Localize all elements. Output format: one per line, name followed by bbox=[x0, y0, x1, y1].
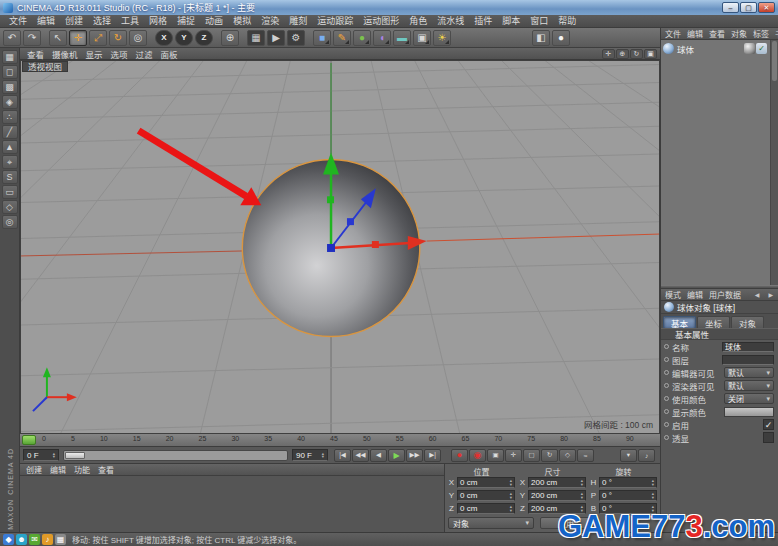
model-mode-icon[interactable]: ◻ bbox=[2, 65, 18, 79]
attribute-value[interactable]: ✓ bbox=[763, 419, 774, 430]
menu-item[interactable]: 窗口 bbox=[525, 15, 553, 28]
zoom-view-icon[interactable]: ⊕ bbox=[616, 49, 629, 59]
attribute-menu-item[interactable]: 用户数据 bbox=[706, 289, 744, 300]
menu-item[interactable]: 脚本 bbox=[497, 15, 525, 28]
lock-workplane-icon[interactable]: ▭ bbox=[2, 185, 18, 199]
attribute-value[interactable]: 球体 bbox=[722, 342, 774, 352]
object-manager-menu-item[interactable]: 书签 bbox=[772, 28, 778, 39]
coordinate-input[interactable]: 0 cm bbox=[457, 477, 515, 488]
z-axis-lock[interactable]: Z bbox=[195, 30, 213, 46]
menu-item[interactable]: 编辑 bbox=[32, 15, 60, 28]
object-manager-menu-item[interactable]: 对象 bbox=[728, 28, 750, 39]
snap-icon[interactable]: S bbox=[2, 170, 18, 184]
make-editable-icon[interactable]: ▦ bbox=[2, 50, 18, 64]
attribute-value[interactable] bbox=[722, 355, 774, 365]
timeline-ruler[interactable]: 051015202530354045505560657075808590 bbox=[20, 434, 660, 447]
points-mode-icon[interactable]: ∴ bbox=[2, 110, 18, 124]
go-to-start-button[interactable]: |◀ bbox=[334, 449, 351, 462]
play-button[interactable]: ▶ bbox=[388, 449, 405, 462]
start-frame-field[interactable]: 0 F bbox=[23, 449, 59, 461]
playhead[interactable] bbox=[22, 435, 36, 445]
media-status-icon[interactable]: ♪ bbox=[42, 534, 53, 545]
keyframe-dot[interactable] bbox=[664, 396, 669, 401]
autokeying-button[interactable]: ◉ bbox=[469, 449, 486, 462]
coordinate-input[interactable]: 0 ° bbox=[599, 490, 657, 501]
attribute-value[interactable] bbox=[724, 407, 774, 417]
solo-mode-icon[interactable]: ◎ bbox=[2, 215, 18, 229]
attribute-value[interactable]: 关闭 bbox=[724, 393, 774, 404]
position-record-toggle[interactable]: ✛ bbox=[505, 449, 522, 462]
playback-options-button[interactable]: ▾ bbox=[620, 449, 637, 462]
section-header[interactable]: 基本属性 bbox=[661, 328, 778, 340]
history-forward-icon[interactable]: ▶ bbox=[764, 291, 777, 298]
network-status-icon[interactable]: ◆ bbox=[3, 534, 14, 545]
material-menu-item[interactable]: 创建 bbox=[22, 464, 46, 475]
object-manager-menu-item[interactable]: 标签 bbox=[750, 28, 772, 39]
smoothing-check-icon[interactable]: ✓ bbox=[756, 43, 767, 54]
coordinate-mode-select[interactable]: 对象 bbox=[448, 517, 534, 529]
user-status-icon[interactable]: ☻ bbox=[16, 534, 27, 545]
keyframe-dot[interactable] bbox=[664, 383, 669, 388]
camera-icon[interactable]: ▣ bbox=[413, 30, 431, 46]
subdivision-surface-icon[interactable]: ● bbox=[353, 30, 371, 46]
scale-tool-icon[interactable]: ⤢ bbox=[89, 30, 107, 46]
maximize-button[interactable]: ▢ bbox=[740, 2, 757, 13]
enable-axis-icon[interactable]: ⌖ bbox=[2, 155, 18, 169]
maximize-view-icon[interactable]: ▣ bbox=[644, 49, 657, 59]
keyframe-dot[interactable] bbox=[664, 422, 669, 427]
workplane-icon[interactable]: ◧ bbox=[532, 30, 550, 46]
quantize-icon[interactable]: ◇ bbox=[2, 200, 18, 214]
titlebar[interactable]: CINEMA 4D R18.011 Studio (RC - R18) - [未… bbox=[0, 0, 778, 15]
undo-icon[interactable]: ↶ bbox=[3, 30, 21, 46]
history-back-icon[interactable]: ◀ bbox=[751, 291, 764, 298]
attribute-tab[interactable]: 坐标 bbox=[697, 316, 730, 328]
menu-item[interactable]: 渲染 bbox=[256, 15, 284, 28]
previous-key-button[interactable]: ◀◀ bbox=[352, 449, 369, 462]
attribute-tab[interactable]: 基本 bbox=[663, 316, 696, 328]
viewport[interactable]: 透视视图 网格间距 : 100 cm bbox=[20, 60, 660, 434]
keyframe-dot[interactable] bbox=[664, 370, 669, 375]
redo-icon[interactable]: ↷ bbox=[23, 30, 41, 46]
object-manager-menu-item[interactable]: 文件 bbox=[662, 28, 684, 39]
menu-item[interactable]: 角色 bbox=[404, 15, 432, 28]
light-icon[interactable]: ☀ bbox=[433, 30, 451, 46]
menu-item[interactable]: 创建 bbox=[60, 15, 88, 28]
scale-record-toggle[interactable]: ▢ bbox=[523, 449, 540, 462]
viewport-menu-item[interactable]: 选项 bbox=[107, 48, 132, 60]
pan-view-icon[interactable]: ✛ bbox=[602, 49, 615, 59]
menu-item[interactable]: 工具 bbox=[116, 15, 144, 28]
attribute-value[interactable] bbox=[763, 432, 774, 443]
menu-item[interactable]: 动画 bbox=[200, 15, 228, 28]
menu-item[interactable]: 雕刻 bbox=[284, 15, 312, 28]
rotate-tool-icon[interactable]: ↻ bbox=[109, 30, 127, 46]
environment-icon[interactable]: ▬ bbox=[393, 30, 411, 46]
end-frame-field[interactable]: 90 F bbox=[292, 449, 328, 461]
range-slider-handle[interactable] bbox=[65, 452, 85, 459]
viewport-menu-item[interactable]: 显示 bbox=[82, 48, 107, 60]
material-menu-item[interactable]: 功能 bbox=[70, 464, 94, 475]
coordinate-system-icon[interactable]: ⊕ bbox=[221, 30, 239, 46]
keyframe-dot[interactable] bbox=[664, 435, 669, 440]
close-button[interactable]: ✕ bbox=[758, 2, 775, 13]
previous-frame-button[interactable]: ◀ bbox=[370, 449, 387, 462]
keyframe-selection-button[interactable]: ▣ bbox=[487, 449, 504, 462]
message-status-icon[interactable]: ✉ bbox=[29, 534, 40, 545]
pla-record-toggle[interactable]: ≈ bbox=[577, 449, 594, 462]
deformer-icon[interactable]: ◖ bbox=[373, 30, 391, 46]
menu-item[interactable]: 文件 bbox=[4, 15, 32, 28]
y-axis-lock[interactable]: Y bbox=[175, 30, 193, 46]
keyframe-dot[interactable] bbox=[664, 409, 669, 414]
menu-item[interactable]: 捕捉 bbox=[172, 15, 200, 28]
parameter-record-toggle[interactable]: ◇ bbox=[559, 449, 576, 462]
attribute-value[interactable]: 默认 bbox=[724, 380, 774, 391]
menu-item[interactable]: 帮助 bbox=[553, 15, 581, 28]
primitive-cube-icon[interactable]: ■ bbox=[313, 30, 331, 46]
coordinate-input[interactable]: 200 cm bbox=[528, 490, 586, 501]
frame-range-slider[interactable] bbox=[63, 450, 288, 461]
texture-mode-icon[interactable]: ▩ bbox=[2, 80, 18, 94]
render-view-icon[interactable]: ▦ bbox=[247, 30, 265, 46]
material-menu-item[interactable]: 编辑 bbox=[46, 464, 70, 475]
object-manager-menu-item[interactable]: 编辑 bbox=[684, 28, 706, 39]
object-name[interactable]: 球体 bbox=[677, 43, 694, 55]
record-keyframe-button[interactable]: ● bbox=[451, 449, 468, 462]
